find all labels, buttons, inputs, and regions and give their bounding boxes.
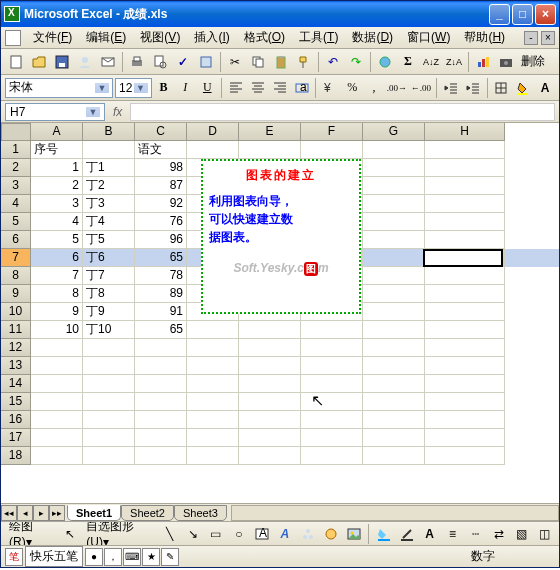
fill-color-icon[interactable] <box>373 523 394 545</box>
cell[interactable] <box>239 321 301 339</box>
cell[interactable]: 9 <box>31 303 83 321</box>
cell[interactable] <box>135 375 187 393</box>
cell[interactable]: 91 <box>135 303 187 321</box>
cell[interactable] <box>363 321 425 339</box>
fx-button[interactable]: fx <box>113 105 122 119</box>
percent-button[interactable]: % <box>342 77 362 99</box>
cell[interactable] <box>239 357 301 375</box>
cell[interactable]: 2 <box>31 177 83 195</box>
cell[interactable] <box>363 213 425 231</box>
cell[interactable] <box>425 195 505 213</box>
menu-help[interactable]: 帮助(H) <box>458 26 511 49</box>
cell[interactable] <box>135 411 187 429</box>
fillcolor-button[interactable] <box>513 77 533 99</box>
tab-sheet2[interactable]: Sheet2 <box>121 505 174 521</box>
cell[interactable]: 8 <box>31 285 83 303</box>
cell[interactable] <box>425 339 505 357</box>
grid-row[interactable]: 18 <box>1 447 559 465</box>
cell[interactable] <box>187 411 239 429</box>
cell[interactable] <box>425 267 505 285</box>
cell[interactable] <box>363 357 425 375</box>
cell[interactable] <box>31 375 83 393</box>
dash-style-icon[interactable]: ┄ <box>465 523 486 545</box>
tab-nav-first[interactable]: ◂◂ <box>1 505 17 521</box>
copy-button[interactable] <box>247 51 269 73</box>
col-header-C[interactable]: C <box>135 123 187 141</box>
cell[interactable] <box>31 393 83 411</box>
maximize-button[interactable]: □ <box>512 4 533 25</box>
cell[interactable] <box>239 375 301 393</box>
line-color-icon[interactable] <box>396 523 417 545</box>
formula-input[interactable] <box>130 103 555 121</box>
cell[interactable] <box>425 249 505 267</box>
cell[interactable] <box>135 429 187 447</box>
cell[interactable] <box>239 447 301 465</box>
cell[interactable] <box>425 321 505 339</box>
cell[interactable]: 丁3 <box>83 195 135 213</box>
cell[interactable] <box>425 141 505 159</box>
ime-btn-3[interactable]: ⌨ <box>123 548 141 566</box>
cell[interactable]: 丁8 <box>83 285 135 303</box>
cell[interactable]: 7 <box>31 267 83 285</box>
cell[interactable] <box>363 195 425 213</box>
align-right-button[interactable] <box>270 77 290 99</box>
cell[interactable] <box>83 429 135 447</box>
arrow-icon[interactable]: ↘ <box>182 523 203 545</box>
row-header[interactable]: 8 <box>1 267 31 285</box>
cell[interactable] <box>187 141 239 159</box>
cell[interactable] <box>187 321 239 339</box>
line-style-icon[interactable]: ≡ <box>442 523 463 545</box>
cell[interactable] <box>187 393 239 411</box>
cell[interactable] <box>83 375 135 393</box>
open-button[interactable] <box>28 51 50 73</box>
cell[interactable] <box>425 429 505 447</box>
row-header[interactable]: 14 <box>1 375 31 393</box>
ime-btn-2[interactable]: ， <box>104 548 122 566</box>
tab-sheet3[interactable]: Sheet3 <box>174 505 227 521</box>
horizontal-scrollbar[interactable] <box>231 505 559 521</box>
cell[interactable]: 76 <box>135 213 187 231</box>
research-button[interactable] <box>195 51 217 73</box>
row-header[interactable]: 11 <box>1 321 31 339</box>
hyperlink-button[interactable] <box>374 51 396 73</box>
redo-button[interactable]: ↷ <box>345 51 367 73</box>
row-header[interactable]: 5 <box>1 213 31 231</box>
row-header[interactable]: 15 <box>1 393 31 411</box>
text-box[interactable]: 图表的建立 利用图表向导， 可以快速建立数 据图表。 Soft.Yesky.c图… <box>201 159 361 314</box>
cell[interactable] <box>187 447 239 465</box>
menu-insert[interactable]: 插入(I) <box>188 26 235 49</box>
worksheet-grid[interactable]: A B C D E F G H 1序号语文21丁19832丁28743丁3925… <box>1 123 559 503</box>
menu-edit[interactable]: 编辑(E) <box>80 26 132 49</box>
delete-label[interactable]: 删除 <box>518 53 548 70</box>
tab-nav-prev[interactable]: ◂ <box>17 505 33 521</box>
menu-data[interactable]: 数据(D) <box>346 26 399 49</box>
cell[interactable]: 65 <box>135 321 187 339</box>
cell[interactable]: 92 <box>135 195 187 213</box>
menu-format[interactable]: 格式(O) <box>238 26 291 49</box>
row-header[interactable]: 2 <box>1 159 31 177</box>
close-button[interactable]: × <box>535 4 556 25</box>
tab-nav-next[interactable]: ▸ <box>33 505 49 521</box>
cell[interactable]: 10 <box>31 321 83 339</box>
cell[interactable] <box>425 447 505 465</box>
autosum-button[interactable]: Σ <box>397 51 419 73</box>
grid-row[interactable]: 16 <box>1 411 559 429</box>
autoshapes-menu[interactable]: 自选图形(U)▾ <box>82 521 157 545</box>
cell[interactable]: 5 <box>31 231 83 249</box>
decrease-decimal-button[interactable]: ←.00 <box>410 77 432 99</box>
camera-icon[interactable] <box>495 51 517 73</box>
picture-icon[interactable] <box>343 523 364 545</box>
cell[interactable] <box>425 411 505 429</box>
workbook-icon[interactable] <box>5 30 21 46</box>
cell[interactable] <box>363 447 425 465</box>
cell[interactable]: 丁6 <box>83 249 135 267</box>
cell[interactable] <box>31 339 83 357</box>
increase-decimal-button[interactable]: .00→ <box>386 77 408 99</box>
shadow-icon[interactable]: ▧ <box>511 523 532 545</box>
menu-file[interactable]: 文件(F) <box>27 26 78 49</box>
cell[interactable]: 78 <box>135 267 187 285</box>
grid-row[interactable]: 15 <box>1 393 559 411</box>
row-header[interactable]: 3 <box>1 177 31 195</box>
row-header[interactable]: 18 <box>1 447 31 465</box>
grid-row[interactable]: 1序号语文 <box>1 141 559 159</box>
